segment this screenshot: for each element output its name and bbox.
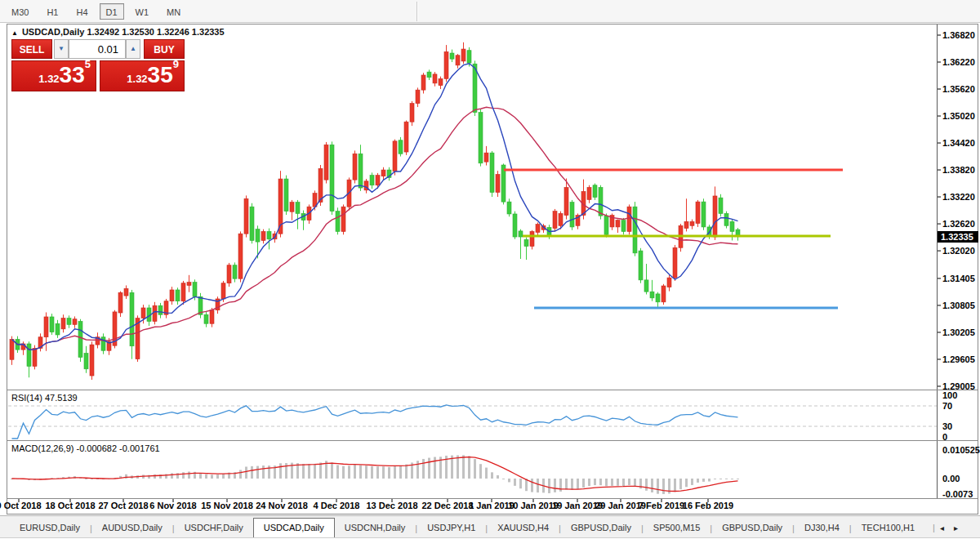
axis-ticks [19,35,941,502]
price-tick-label: 1.34420 [942,138,980,148]
chart-tab-dj30-h4[interactable]: DJ30,H4 [795,519,849,537]
price-tick-label: 1.30805 [942,301,980,310]
sell-button[interactable]: SELL [11,39,52,59]
chart-tab-eurusd-daily[interactable]: EURUSD,Daily [10,519,90,537]
rsi-levels [8,406,937,426]
chart-tab-usdcnh-daily[interactable]: USDCNH,Daily [335,519,416,537]
macd-signal-line [12,457,738,492]
macd-tick-label: -0.0073 [942,489,980,499]
date-tick-label: 4 Dec 2018 [314,501,360,510]
buy-price-main: 1.32 [127,73,147,85]
date-tick-label: 15 Nov 2018 [201,501,253,510]
lot-size-input[interactable] [69,39,126,59]
buy-button[interactable]: BUY [144,39,185,59]
sell-price: 1.32335 [12,58,91,88]
rsi-tick-label: 100 [942,390,980,400]
chart-title: ▲USDCAD,Daily 1.32492 1.32530 1.32246 1.… [11,27,225,37]
tab-scroll-right-icon[interactable]: ▸ [949,523,963,532]
price-tick-label: 1.30205 [942,327,980,337]
macd-histogram [11,455,739,494]
chart-tab-gbpusd-daily[interactable]: GBPUSD,Daily [561,519,641,537]
price-tick-label: 1.31405 [942,274,980,283]
lot-increase-button[interactable]: ▲ [126,39,140,59]
main-rsi-splitter[interactable] [7,390,978,390]
rsi-line [12,405,738,439]
date-tick-label: 10 Jan 2019 [508,501,559,510]
date-tick-label: 6 Nov 2018 [149,501,196,510]
rsi-tick-label: 70 [942,401,980,411]
chart-title-text: USDCAD,Daily 1.32492 1.32530 1.32246 1.3… [22,27,225,37]
collapse-chart-icon[interactable]: ▲ [11,29,18,37]
price-tick-label: 1.33820 [942,165,980,175]
rsi-tick-label: 30 [942,421,980,431]
tab-scroll-arrows: |◂▸ [933,519,963,537]
sell-price-big: 33 [60,62,85,87]
chart-tab-usdcad-daily[interactable]: USDCAD,Daily [253,518,335,537]
price-tick-label: 1.32620 [942,219,980,229]
buy-price-big: 35 [148,62,173,87]
date-tick-label: 22 Dec 2018 [422,501,474,510]
buy-price-sup: 9 [173,58,179,70]
current-price-badge: 1.32335 [938,231,978,243]
date-tick-label: 7 Feb 2019 [639,501,684,510]
lot-decrease-button[interactable]: ▼ [54,39,69,59]
macd-timeaxis-splitter [7,498,978,499]
macd-label: MACD(12,26,9) -0.000682 -0.001761 [11,443,160,453]
date-tick-label: 27 Oct 2018 [98,501,148,510]
chart-tab-usdjpy-h1[interactable]: USDJPY,H1 [417,519,485,537]
buy-price-box[interactable]: 1.32359 [100,60,185,91]
macd-tick-label: 0.00 [942,474,980,483]
price-tick-label: 1.35620 [942,84,980,94]
mt4-workspace: M30H1H4D1W1MN ▲USDCAD,Daily 1.32492 1.32… [0,0,980,539]
horizontal-lines[interactable] [504,170,843,308]
price-tick-label: 1.36820 [942,30,980,40]
tab-scroll-left-icon[interactable]: ◂ [935,523,949,532]
date-tick-label: 9 Oct 2018 [0,501,42,510]
buy-price: 1.32359 [100,58,179,88]
chart-tab-bar: EURUSD,Daily|AUDUSD,Daily|USDCHF,DailyUS… [0,515,980,538]
sell-price-main: 1.32 [38,73,59,85]
date-tick-label: 13 Dec 2018 [367,501,418,510]
chart-tab-gbpusd-daily[interactable]: GBPUSD,Daily [712,519,792,537]
date-tick-label: 18 Oct 2018 [45,501,95,510]
up-arrow-icon: ▲ [130,45,136,52]
trade-controls-row: SELL ▼ ▲ BUY [11,39,185,59]
chart-tab-audusd-daily[interactable]: AUDUSD,Daily [92,519,172,537]
rsi-tick-label: 0 [942,432,980,442]
price-tick-label: 1.29605 [942,354,980,364]
date-tick-label: 16 Feb 2019 [683,501,733,510]
one-click-trading-panel: SELL ▼ ▲ BUY 1.32335 1.32359 [11,39,185,91]
rsi-macd-splitter[interactable] [7,440,978,441]
price-tick-label: 1.33220 [942,192,980,202]
price-axis-separator [937,24,938,498]
date-tick-label: 24 Nov 2018 [256,501,308,510]
rsi-label: RSI(14) 47.5139 [11,393,78,403]
price-tick-label: 1.32020 [942,246,980,256]
price-tick-label: 1.35020 [942,111,980,121]
sell-price-box[interactable]: 1.32335 [11,60,96,91]
sell-price-sup: 5 [85,58,91,70]
chart-tab-usdchf-daily[interactable]: USDCHF,Daily [175,519,253,537]
chart-tab-sp500-m15[interactable]: SP500,M15 [644,519,710,537]
chart-tab-tech100-h1[interactable]: TECH100,H1 [852,519,924,537]
chart-tab-xauusd-h4[interactable]: XAUUSD,H4 [488,519,559,537]
candles-group [10,42,740,380]
macd-tick-label: 0.010525 [942,445,980,455]
down-arrow-icon: ▼ [58,45,65,52]
price-tick-label: 1.36220 [942,57,980,67]
